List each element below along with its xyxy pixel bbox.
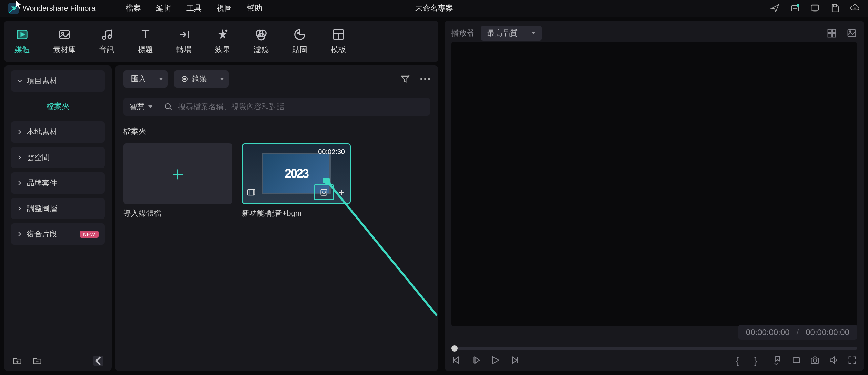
tab-filter[interactable]: 濾鏡 xyxy=(254,28,269,55)
record-dropdown-button[interactable] xyxy=(215,70,229,88)
tab-title-label: 標題 xyxy=(138,44,153,55)
media-section-title: 檔案夾 xyxy=(123,126,430,136)
image-icon[interactable] xyxy=(847,28,857,38)
save-icon[interactable] xyxy=(830,3,840,13)
player-panel: 播放器 最高品質 00:00:00:00 / 00:00:00:00 xyxy=(445,21,864,371)
media-panel: 匯入 錄製 智慧 xyxy=(115,65,438,371)
tab-stock[interactable]: 素材庫 xyxy=(53,28,76,55)
mark-out-button[interactable]: } xyxy=(754,355,764,365)
tab-effect[interactable]: 效果 xyxy=(215,28,230,55)
svg-point-4 xyxy=(797,4,799,7)
media-clip-card[interactable]: 2023 00:02:30 ＋ 新功能-配音+bgm xyxy=(242,143,351,219)
svg-rect-48 xyxy=(793,358,800,363)
import-button[interactable]: 匯入 xyxy=(123,70,154,88)
sidebar-local-label: 本地素材 xyxy=(27,127,57,137)
clip-highlight-box[interactable] xyxy=(314,184,334,200)
plus-icon: ＋ xyxy=(168,161,187,187)
stop-button[interactable] xyxy=(471,355,481,365)
message-icon[interactable] xyxy=(790,3,800,13)
filter-icon[interactable] xyxy=(400,74,410,84)
search-input[interactable] xyxy=(178,102,424,111)
prev-frame-button[interactable] xyxy=(451,355,462,365)
chevron-down-icon xyxy=(159,78,163,80)
marker-dropdown-icon[interactable] xyxy=(773,355,783,365)
menu-tools[interactable]: 工具 xyxy=(186,3,202,13)
tool-tabs: 媒體 素材庫 音訊 標題 轉場 效果 xyxy=(4,21,438,62)
snapshot-icon[interactable] xyxy=(810,355,820,365)
record-button-group: 錄製 xyxy=(174,70,229,88)
project-title: 未命名專案 xyxy=(415,3,453,13)
tab-media[interactable]: 媒體 xyxy=(14,28,30,55)
clip-add-button[interactable]: ＋ xyxy=(337,186,346,199)
svg-rect-36 xyxy=(832,29,836,33)
menu-edit[interactable]: 編輯 xyxy=(156,3,171,13)
delete-folder-icon[interactable] xyxy=(32,356,42,366)
sidebar-folder-filter[interactable]: 檔案夾 xyxy=(11,96,105,117)
cloud-upload-icon[interactable] xyxy=(850,3,860,13)
svg-point-18 xyxy=(298,33,299,34)
volume-icon[interactable] xyxy=(829,355,838,365)
clip-duration: 00:02:30 xyxy=(318,148,345,156)
import-button-group: 匯入 xyxy=(123,70,168,88)
tab-transition-label: 轉場 xyxy=(176,44,192,55)
svg-rect-5 xyxy=(811,5,819,10)
tab-audio[interactable]: 音訊 xyxy=(99,28,114,55)
play-button[interactable] xyxy=(490,355,500,365)
svg-point-13 xyxy=(108,35,111,39)
tab-transition[interactable]: 轉場 xyxy=(176,28,192,55)
svg-point-50 xyxy=(813,359,816,362)
menu-help[interactable]: 幫助 xyxy=(247,3,262,13)
grid-view-icon[interactable] xyxy=(827,28,837,38)
tab-sticker[interactable]: 貼圖 xyxy=(292,28,307,55)
import-media-card[interactable]: ＋ 導入媒體檔 xyxy=(123,143,232,219)
sidebar-item-adjust[interactable]: 調整圖層 xyxy=(11,198,105,219)
media-sidebar: 項目素材 檔案夾 本地素材 雲空間 品牌套件 xyxy=(4,65,112,371)
svg-point-2 xyxy=(793,8,794,9)
search-icon xyxy=(164,103,173,111)
tab-effect-label: 效果 xyxy=(215,44,230,55)
chevron-down-icon xyxy=(148,105,152,108)
display-icon[interactable] xyxy=(810,3,820,13)
fullscreen-icon[interactable] xyxy=(847,355,857,365)
record-icon xyxy=(182,76,188,82)
mark-in-button[interactable]: { xyxy=(736,355,745,365)
aspect-icon[interactable] xyxy=(792,355,801,365)
tab-sticker-label: 貼圖 xyxy=(292,44,307,55)
tab-media-label: 媒體 xyxy=(14,44,30,55)
sidebar-item-cloud[interactable]: 雲空間 xyxy=(11,147,105,168)
import-dropdown-button[interactable] xyxy=(154,70,168,88)
title-bar: Wondershare Filmora 檔案 編輯 工具 視圖 幫助 未命名專案 xyxy=(0,0,868,17)
sidebar-item-compound[interactable]: 復合片段 NEW xyxy=(11,223,105,245)
new-folder-icon[interactable] xyxy=(12,356,22,366)
svg-marker-44 xyxy=(475,357,480,363)
sidebar-brand-label: 品牌套件 xyxy=(27,178,57,188)
timecode-separator: / xyxy=(797,327,799,337)
sidebar-item-project-media[interactable]: 項目素材 xyxy=(11,70,105,92)
tab-template[interactable]: 模板 xyxy=(331,28,346,55)
share-icon[interactable] xyxy=(770,3,780,13)
quality-dropdown[interactable]: 最高品質 xyxy=(481,26,542,41)
sidebar-item-local[interactable]: 本地素材 xyxy=(11,121,105,143)
tab-audio-label: 音訊 xyxy=(99,44,114,55)
tab-title[interactable]: 標題 xyxy=(138,28,153,55)
player-label: 播放器 xyxy=(451,28,474,38)
record-button[interactable]: 錄製 xyxy=(174,70,215,88)
sidebar-item-brand[interactable]: 品牌套件 xyxy=(11,172,105,194)
more-options-button[interactable] xyxy=(420,78,430,80)
sidebar-compound-label: 復合片段 xyxy=(27,229,57,239)
svg-point-3 xyxy=(796,8,797,9)
clip-video-icon xyxy=(246,188,256,197)
player-canvas[interactable] xyxy=(451,42,857,326)
search-mode-dropdown[interactable]: 智慧 xyxy=(130,102,159,112)
tab-template-label: 模板 xyxy=(331,44,346,55)
clip-action-icon xyxy=(319,188,328,197)
player-scrubber[interactable] xyxy=(451,347,857,350)
menu-file[interactable]: 檔案 xyxy=(126,3,141,13)
sidebar-project-media-label: 項目素材 xyxy=(27,76,57,86)
timecode-total: 00:00:00:00 xyxy=(806,327,849,337)
app-name: Wondershare Filmora xyxy=(23,4,95,13)
menu-view[interactable]: 視圖 xyxy=(217,3,232,13)
sidebar-collapse-button[interactable] xyxy=(93,356,103,366)
next-frame-button[interactable] xyxy=(509,355,520,365)
svg-rect-37 xyxy=(828,33,831,37)
